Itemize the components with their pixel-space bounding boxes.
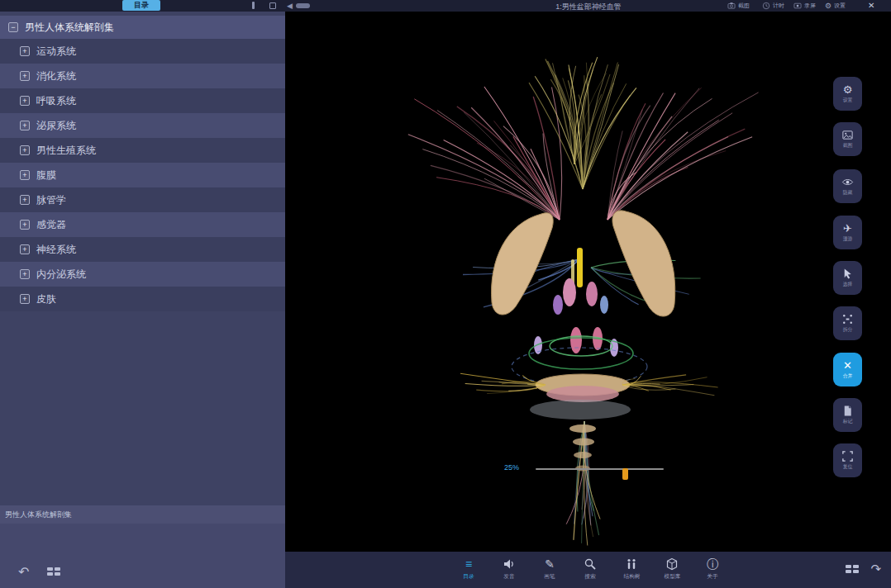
window-icon[interactable] <box>269 2 276 9</box>
select-tool-button[interactable]: 选择 <box>833 261 862 295</box>
model-viewport[interactable]: 25% ⚙ 设置 截图 隐藏 ✈ 漫游 选择 拆分 ✕ 合并 标记 复位 <box>285 12 891 552</box>
slider-handle[interactable] <box>622 468 628 480</box>
scatter-icon <box>841 313 854 325</box>
top-bar: 目录 ◀ 1:男性盆部神经血管 截图 计时 录屏 ⚙ 设置 ✕ <box>0 0 891 12</box>
list-icon: ≡ <box>465 557 472 571</box>
speaker-icon <box>503 557 516 571</box>
menu-label: 搜索 <box>584 572 595 581</box>
roam-tool-button[interactable]: ✈ 漫游 <box>833 216 862 249</box>
tree-item-digestive[interactable]: +消化系统 <box>0 64 285 88</box>
tree-item-sensory[interactable]: +感觉器 <box>0 212 285 237</box>
sidebar-footer: 男性人体系统解剖集 ↶ <box>0 505 285 588</box>
tree-item-label: 消化系统 <box>36 69 76 83</box>
gear-icon: ⚙ <box>843 84 853 96</box>
settings-tool-button[interactable]: ⚙ 设置 <box>833 77 862 111</box>
tool-label: 截图 <box>843 142 853 149</box>
menu-label: 结构树 <box>623 572 640 581</box>
tree-item-peritoneum[interactable]: +腹膜 <box>0 163 285 187</box>
close-icon[interactable]: ✕ <box>868 1 874 10</box>
screenshot-tool-button[interactable]: 截图 <box>833 122 862 156</box>
tree-item-motor[interactable]: +运动系统 <box>0 39 285 64</box>
tree-item-male-reproductive[interactable]: +男性生殖系统 <box>0 138 285 163</box>
pronounce-button[interactable]: 发音 <box>488 557 531 581</box>
expand-box-icon[interactable]: + <box>20 145 30 155</box>
grid-view-icon[interactable] <box>47 567 60 576</box>
tool-label: 合并 <box>843 372 853 379</box>
info-icon: ⓘ <box>707 557 718 571</box>
tree-item-nervous[interactable]: +神经系统 <box>0 237 285 262</box>
anatomy-app: { "topbar": { "tab_label": "目录", "title"… <box>0 0 891 588</box>
tool-label: 标记 <box>843 418 853 424</box>
tree-item-urinary[interactable]: +泌尿系统 <box>0 113 285 138</box>
gear-icon: ⚙ <box>825 2 831 10</box>
plane-icon: ✈ <box>843 223 852 235</box>
record-action[interactable]: 录屏 <box>793 2 816 10</box>
catalog-tab[interactable]: 目录 <box>122 0 160 11</box>
expand-box-icon[interactable]: + <box>20 195 30 205</box>
tree-item-respiratory[interactable]: +呼吸系统 <box>0 88 285 113</box>
left-horn-structure <box>492 213 554 315</box>
model-title: 1:男性盆部神经血管 <box>496 2 681 12</box>
pencil-icon: ✎ <box>545 557 555 571</box>
screenshot-action[interactable]: 截图 <box>727 2 750 10</box>
hide-tool-button[interactable]: 隐藏 <box>833 169 862 203</box>
tree-root-label: 男性人体系统解剖集 <box>25 21 114 35</box>
expand-box-icon[interactable]: + <box>20 269 30 279</box>
structure-tree-button[interactable]: 结构树 <box>610 557 653 581</box>
tree-item-label: 泌尿系统 <box>36 119 76 133</box>
tree-item-label: 皮肤 <box>36 292 56 306</box>
tree-item-label: 运动系统 <box>36 45 76 59</box>
catalog-menu-button[interactable]: ≡ 目录 <box>447 557 490 581</box>
search-icon <box>584 557 597 571</box>
settings-action[interactable]: ⚙ 设置 <box>825 2 846 10</box>
tree-root-item[interactable]: − 男性人体系统解剖集 <box>0 16 285 39</box>
expand-box-icon[interactable]: + <box>20 244 30 254</box>
menu-label: 画笔 <box>544 572 555 581</box>
expand-box-icon[interactable]: + <box>20 121 30 130</box>
cube-icon <box>665 557 679 571</box>
pen-button[interactable]: ✎ 画笔 <box>528 557 571 581</box>
menu-label: 模型库 <box>664 572 680 581</box>
cross-arrows-icon: ✕ <box>843 360 852 372</box>
timer-action[interactable]: 计时 <box>762 2 784 10</box>
toggle-pill-icon[interactable] <box>296 3 310 8</box>
tool-label: 选择 <box>843 281 853 287</box>
tree-item-skin[interactable]: +皮肤 <box>0 287 285 311</box>
expand-box-icon[interactable]: + <box>20 46 30 56</box>
menu-label: 目录 <box>463 572 474 581</box>
slider-track[interactable] <box>536 468 664 470</box>
collapse-sidebar-icon[interactable]: ◀ <box>287 2 293 10</box>
tool-label: 隐藏 <box>843 189 853 196</box>
catalog-sidebar: − 男性人体系统解剖集 +运动系统 +消化系统 +呼吸系统 +泌尿系统 +男性生… <box>0 12 285 588</box>
tree-item-angiology[interactable]: +脉管学 <box>0 187 285 212</box>
action-label: 设置 <box>834 2 846 10</box>
expand-box-icon[interactable]: + <box>20 294 30 304</box>
image-icon <box>841 129 854 141</box>
pin-icon[interactable] <box>252 2 255 9</box>
action-label: 录屏 <box>804 2 816 10</box>
expand-box-icon[interactable]: + <box>20 96 30 106</box>
undo-icon[interactable]: ↶ <box>18 564 29 580</box>
camera-icon <box>727 2 736 10</box>
tree-item-endocrine[interactable]: +内分泌系统 <box>0 262 285 287</box>
redo-icon[interactable]: ↷ <box>870 562 881 576</box>
expand-box-icon[interactable]: + <box>20 220 30 230</box>
note-tool-button[interactable]: 标记 <box>833 398 862 432</box>
people-icon <box>625 557 638 571</box>
layout-grid-icon[interactable] <box>846 565 859 573</box>
merge-tool-button[interactable]: ✕ 合并 <box>833 353 862 386</box>
transparency-slider: 25% <box>504 462 674 479</box>
frame-icon <box>841 450 854 462</box>
expand-box-icon[interactable]: + <box>20 71 30 81</box>
slider-value: 25% <box>504 463 519 472</box>
page-icon <box>841 405 854 417</box>
expand-box-icon[interactable]: + <box>20 170 30 180</box>
reset-view-tool-button[interactable]: 复位 <box>833 443 862 477</box>
model-library-button[interactable]: 模型库 <box>650 557 693 581</box>
about-button[interactable]: ⓘ 关于 <box>691 557 734 581</box>
explode-tool-button[interactable]: 拆分 <box>833 306 862 340</box>
collapse-box-icon[interactable]: − <box>8 22 18 32</box>
search-button[interactable]: 搜索 <box>569 557 612 581</box>
action-label: 截图 <box>738 2 750 10</box>
tool-label: 漫游 <box>843 235 853 242</box>
